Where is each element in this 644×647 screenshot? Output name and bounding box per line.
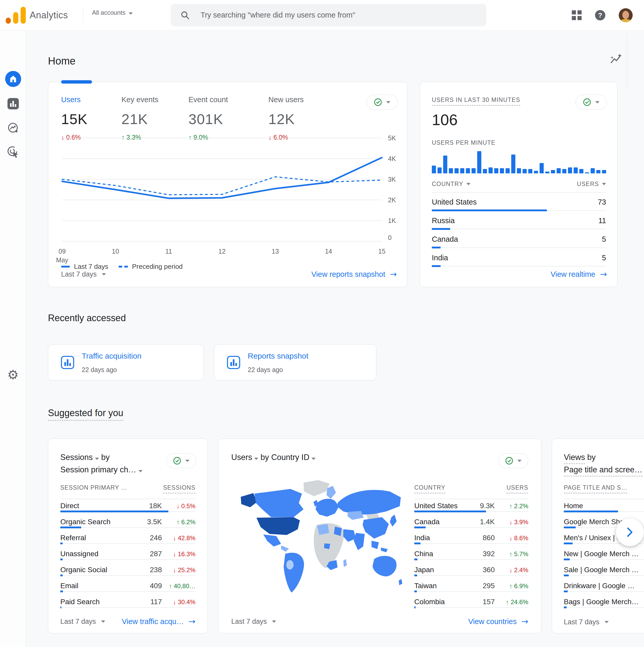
sidebar-item-explore[interactable]: [0, 122, 26, 134]
minute-bar: [528, 169, 532, 173]
chevron-down-icon: [95, 458, 99, 460]
table-row[interactable]: Paid Search117↓ 30.4%: [60, 595, 195, 611]
column-header-page-title[interactable]: PAGE TITLE AND S…: [564, 484, 627, 494]
sidebar-item-reports[interactable]: [0, 98, 26, 110]
svg-text:14: 14: [325, 248, 332, 255]
minute-bar: [494, 168, 498, 173]
chevron-down-icon: [129, 12, 133, 15]
selected-tab-indicator: [61, 80, 92, 84]
sidebar-item-admin[interactable]: ⚙: [0, 368, 26, 381]
minute-bar: [500, 168, 504, 173]
table-row[interactable]: Drinkware | Google …: [564, 579, 644, 595]
svg-text:09: 09: [59, 248, 66, 255]
table-row[interactable]: Russia11: [432, 215, 606, 230]
apps-grid-icon[interactable]: [572, 10, 582, 20]
recent-card-reports-snapshot[interactable]: Reports snapshot 22 days ago: [214, 344, 377, 380]
metric-new-users[interactable]: New users 12K ↓ 6.0%: [268, 95, 304, 141]
table-row[interactable]: Canada5: [432, 233, 606, 248]
table-row[interactable]: Organic Social238↓ 25.2%: [60, 563, 195, 579]
table-row[interactable]: Home: [564, 499, 644, 515]
card-title[interactable]: Users by Country ID: [231, 451, 316, 463]
svg-text:10: 10: [112, 248, 119, 255]
minute-bar: [562, 169, 566, 173]
table-row[interactable]: Canada1.4K↓ 3.9%: [414, 515, 528, 531]
date-range-selector[interactable]: Last 7 days: [564, 618, 609, 626]
minute-bar: [449, 168, 453, 173]
table-row[interactable]: United States73: [432, 196, 606, 211]
minute-bar: [557, 168, 561, 173]
view-countries-link[interactable]: View countries→: [468, 617, 528, 626]
chevron-down-icon: [602, 183, 606, 185]
carousel-next-button[interactable]: [616, 518, 644, 546]
sidebar-item-home[interactable]: [0, 71, 26, 87]
help-icon[interactable]: ?: [595, 10, 605, 20]
column-header-sessions[interactable]: SESSIONS: [163, 484, 195, 494]
column-header-dimension[interactable]: SESSION PRIMARY …: [60, 484, 127, 494]
sidebar-item-advertising[interactable]: [0, 145, 26, 158]
suggested-heading: Suggested for you: [48, 408, 123, 421]
realtime-card: USERS IN LAST 30 MINUTES 106 USERS PER M…: [420, 82, 618, 287]
data-quality-dropdown[interactable]: [366, 95, 398, 110]
date-range-selector[interactable]: Last 7 days: [61, 270, 106, 278]
table-row[interactable]: Sale | Google Merch …: [564, 563, 644, 579]
recently-accessed-heading: Recently accessed: [48, 313, 126, 324]
minute-bar: [551, 170, 555, 173]
table-row[interactable]: Referral246↓ 42.8%: [60, 531, 195, 547]
avatar[interactable]: [619, 8, 633, 22]
legend-solid-swatch: [61, 266, 70, 268]
table-row[interactable]: Direct18K↓ 0.5%: [60, 499, 195, 515]
arrow-right-icon: →: [188, 617, 195, 626]
card-title[interactable]: Views by Page title and scree…: [564, 451, 642, 476]
table-row[interactable]: Email409↑ 40,80…: [60, 579, 195, 595]
minute-bar: [585, 172, 589, 173]
recent-card-traffic-acquisition[interactable]: Traffic acquisition 22 days ago: [48, 344, 204, 380]
table-row[interactable]: Japan360↓ 2.4%: [414, 563, 528, 579]
metric-event-count[interactable]: Event count 301K ↑ 9.0%: [188, 95, 228, 141]
explore-icon: [7, 122, 19, 134]
view-realtime-link[interactable]: View realtime→: [551, 269, 607, 279]
divider: [627, 34, 627, 89]
minute-bar: [472, 168, 476, 173]
table-row[interactable]: India5: [432, 252, 606, 267]
minute-bar: [505, 168, 510, 173]
insights-icon[interactable]: [609, 53, 622, 67]
metric-value: 15K: [61, 111, 88, 128]
column-header-users[interactable]: USERS: [577, 181, 606, 188]
minute-bar: [511, 154, 515, 173]
metric-key-events[interactable]: Key events 21K ↑ 3.3%: [122, 95, 158, 141]
card-title[interactable]: Sessions by Session primary ch…: [60, 451, 143, 476]
svg-text:5K: 5K: [388, 135, 396, 142]
svg-text:13: 13: [272, 248, 279, 255]
chevron-down-icon: [311, 458, 316, 460]
data-quality-dropdown[interactable]: [498, 453, 528, 468]
table-row[interactable]: Taiwan295↑ 6.9%: [414, 579, 528, 595]
overview-card: Users 15K ↓ 0.6% Key events 21K ↑ 3.3% E…: [48, 82, 407, 287]
realtime-country-table: COUNTRY USERS United States73 Russia11 C…: [432, 181, 606, 267]
table-row[interactable]: United States9.3K↑ 2.2%: [414, 499, 528, 515]
chevron-down-icon: [605, 621, 609, 623]
column-header-users[interactable]: USERS: [506, 484, 528, 494]
table-row[interactable]: Organic Search3.5K↑ 6.2%: [60, 515, 195, 531]
table-row[interactable]: India860↓ 8.6%: [414, 531, 528, 547]
data-quality-dropdown[interactable]: [575, 95, 607, 110]
column-header-country[interactable]: COUNTRY: [414, 484, 445, 494]
table-row[interactable]: Unassigned287↓ 16.3%: [60, 547, 195, 563]
table-row[interactable]: Colombia157↑ 24.6%: [414, 595, 528, 611]
account-selector-label: All accounts: [92, 9, 125, 16]
search-input[interactable]: Try searching "where did my users come f…: [171, 4, 486, 26]
chevron-down-icon: [254, 458, 258, 460]
column-header-country[interactable]: COUNTRY: [432, 181, 471, 188]
date-range-selector[interactable]: Last 7 days: [60, 618, 105, 626]
view-reports-snapshot-link[interactable]: View reports snapshot→: [311, 269, 397, 279]
table-row[interactable]: New | Google Merch …: [564, 547, 644, 563]
metric-users[interactable]: Users 15K ↓ 0.6%: [61, 95, 88, 141]
account-selector[interactable]: All accounts: [92, 9, 133, 16]
chevron-down-icon: [386, 101, 390, 103]
table-row[interactable]: China392↑ 5.7%: [414, 547, 528, 563]
data-quality-dropdown[interactable]: [166, 453, 196, 468]
date-range-selector[interactable]: Last 7 days: [231, 618, 276, 626]
table-row[interactable]: Bags | Google Merch…: [564, 595, 644, 611]
view-traffic-acquisition-link[interactable]: View traffic acqu…→: [122, 617, 195, 626]
check-circle-icon: [173, 456, 181, 465]
minute-bar: [437, 167, 441, 173]
